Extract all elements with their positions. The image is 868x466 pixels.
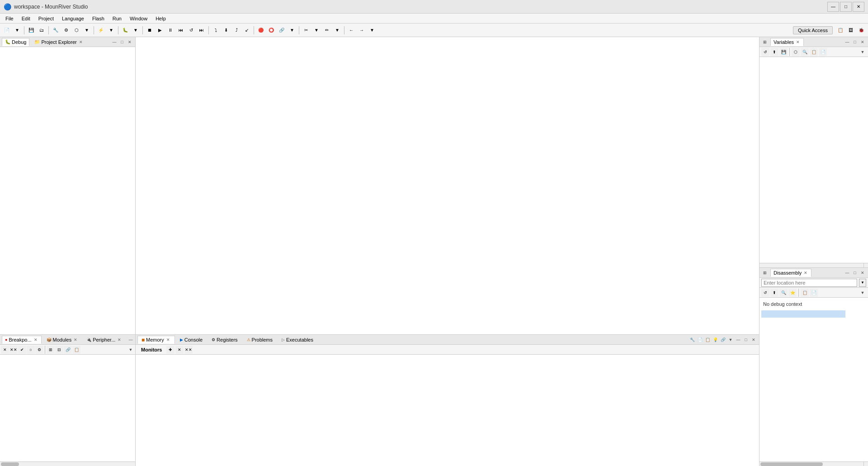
bottom-tool5[interactable]: 🔗 [719, 336, 726, 343]
bp-link-btn[interactable]: 🔗 [64, 346, 72, 354]
left-bottom-minimize[interactable]: — [127, 336, 134, 343]
vars-dropdown[interactable]: ▼ [859, 48, 866, 56]
project-explorer-close[interactable]: ✕ [78, 39, 84, 45]
disasm-tool6[interactable]: 📄 [810, 289, 818, 297]
disasm-tool4[interactable]: ⭐ [788, 289, 797, 297]
tb-disconnect-btn[interactable]: ⏭ [197, 25, 207, 35]
tb-right-btn2[interactable]: 🖼 [846, 25, 856, 35]
location-input[interactable] [761, 279, 857, 287]
tb-bp-dropdown[interactable]: ▼ [287, 25, 297, 35]
tb-step-into-btn[interactable]: ⤵ [211, 25, 221, 35]
bp-enable-btn[interactable]: ✔ [18, 346, 26, 354]
minimize-button[interactable]: — [827, 2, 839, 12]
tb-bp-btn2[interactable]: ⭕ [266, 25, 276, 35]
tb-save-all-btn[interactable]: 🗂 [37, 25, 47, 35]
disasm-minimize[interactable]: — [844, 269, 851, 276]
tb-save-btn[interactable]: 💾 [26, 25, 36, 35]
maximize-button[interactable]: □ [840, 2, 852, 12]
tb-back-btn[interactable]: ← [346, 25, 356, 35]
vars-btn7[interactable]: 📄 [819, 48, 827, 56]
quick-access-button[interactable]: Quick Access [793, 26, 833, 34]
disasm-close[interactable]: ✕ [859, 269, 866, 276]
peripherals-close[interactable]: ✕ [117, 337, 122, 342]
bp-h-scrollbar[interactable] [0, 461, 135, 466]
disasm-tool2[interactable]: ⬆ [770, 289, 778, 297]
vars-btn5[interactable]: 🔍 [801, 48, 809, 56]
menu-help[interactable]: Help [152, 15, 170, 22]
vars-minimize[interactable]: — [844, 38, 851, 46]
menu-run[interactable]: Run [109, 15, 125, 22]
bottom-dropdown[interactable]: ▼ [727, 336, 734, 343]
variables-tab[interactable]: Variables ✕ [770, 38, 804, 46]
tb-edit-btn1[interactable]: ✂ [301, 25, 311, 35]
bp-disable-btn[interactable]: ○ [27, 346, 35, 354]
project-explorer-tab[interactable]: 📁 Project Explorer ✕ [31, 38, 86, 46]
disasm-tool1[interactable]: ↺ [761, 289, 769, 297]
bottom-tool3[interactable]: 📋 [704, 336, 711, 343]
tb-right-btn3[interactable]: 🐞 [856, 25, 866, 35]
breakpoints-close[interactable]: ✕ [33, 337, 38, 342]
menu-window[interactable]: Window [126, 15, 151, 22]
close-button[interactable]: ✕ [853, 2, 864, 12]
vars-close[interactable]: ✕ [859, 38, 866, 46]
tb-edit-dropdown[interactable]: ▼ [311, 25, 321, 35]
tb-btn-3a[interactable]: 🔧 [51, 25, 61, 35]
tb-flash-btn[interactable]: ⚡ [96, 25, 106, 35]
tb-step-btn4[interactable]: ↙ [242, 25, 252, 35]
left-top-minimize[interactable]: — [111, 38, 118, 46]
disasm-h-scrollbar[interactable] [760, 462, 863, 466]
vars-btn3[interactable]: 💾 [779, 48, 788, 56]
bp-copy-btn[interactable]: 📋 [72, 346, 80, 354]
vars-btn6[interactable]: 📋 [810, 48, 818, 56]
menu-language[interactable]: Language [58, 15, 88, 22]
vars-btn2[interactable]: ⬆ [770, 48, 778, 56]
tb-bp-btn3[interactable]: 🔗 [277, 25, 287, 35]
tb-hist-dropdown[interactable]: ▼ [367, 25, 377, 35]
tb-dropdown-btn[interactable]: ▼ [12, 25, 22, 35]
debug-tab[interactable]: 🐛 Debug [2, 38, 29, 46]
bp-expand-btn[interactable]: ⊞ [47, 346, 55, 354]
disassembly-tab[interactable]: Disassembly ✕ [770, 269, 811, 277]
tb-edit-btn2[interactable]: ✏ [322, 25, 332, 35]
tb-btn-3b[interactable]: ⚙ [61, 25, 71, 35]
bottom-tool4[interactable]: 💡 [712, 336, 719, 343]
tb-edit-dropdown2[interactable]: ▼ [332, 25, 342, 35]
vars-btn4[interactable]: ⬡ [792, 48, 800, 56]
tb-forward-btn[interactable]: → [357, 25, 367, 35]
tb-right-btn1[interactable]: 📋 [835, 25, 845, 35]
tb-new-btn[interactable]: 📄 [2, 25, 12, 35]
executables-tab[interactable]: ▷ Executables [278, 336, 317, 344]
bottom-tool2[interactable]: 📄 [696, 336, 703, 343]
disasm-tool3[interactable]: 🔍 [779, 289, 788, 297]
location-dropdown[interactable]: ▼ [859, 279, 866, 287]
tb-bp-btn1[interactable]: 🔴 [256, 25, 266, 35]
tb-debug-btn[interactable]: 🐛 [120, 25, 130, 35]
disassembly-tab-close[interactable]: ✕ [803, 270, 808, 276]
vars-maximize[interactable]: □ [851, 38, 859, 46]
variables-tab-close[interactable]: ✕ [795, 39, 801, 45]
bottom-maximize[interactable]: □ [742, 336, 750, 343]
bottom-close[interactable]: ✕ [750, 336, 757, 343]
bp-collapse-btn[interactable]: ⊟ [55, 346, 63, 354]
tb-terminate-btn[interactable]: ⏮ [176, 25, 186, 35]
disasm-dropdown-btn[interactable]: ▼ [859, 289, 866, 296]
bp-remove-btn[interactable]: ✕ [1, 346, 9, 354]
left-top-maximize[interactable]: □ [118, 38, 126, 46]
tb-btn-3c[interactable]: ⬡ [71, 25, 81, 35]
bp-remove-all-btn[interactable]: ✕✕ [9, 346, 18, 354]
bp-settings-btn[interactable]: ⚙ [35, 346, 43, 354]
tb-flash-dropdown[interactable]: ▼ [106, 25, 116, 35]
modules-tab[interactable]: 📦 Modules ✕ [43, 336, 82, 344]
tb-debug-dropdown[interactable]: ▼ [131, 25, 141, 35]
modules-close[interactable]: ✕ [73, 337, 78, 342]
menu-file[interactable]: File [2, 15, 17, 22]
peripherals-tab[interactable]: 🔌 Peripher... ✕ [83, 336, 125, 344]
bp-dropdown[interactable]: ▼ [127, 346, 134, 353]
vars-btn1[interactable]: ↺ [761, 48, 769, 56]
bottom-minimize[interactable]: — [735, 336, 742, 343]
disasm-maximize[interactable]: □ [851, 269, 859, 276]
left-top-close-view[interactable]: ✕ [126, 38, 133, 46]
add-monitor-btn[interactable]: ✚ [166, 346, 175, 354]
tb-step-return-btn[interactable]: ⤴ [231, 25, 241, 35]
bottom-add-monitor[interactable]: 🔧 [689, 336, 696, 343]
